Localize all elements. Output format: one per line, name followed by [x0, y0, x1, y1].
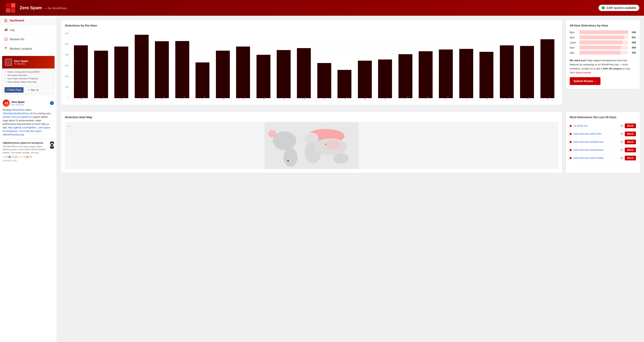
y-300: 300 — [65, 64, 68, 67]
post-time: last Saturday — [11, 103, 50, 106]
logo-sq-1 — [6, 3, 10, 8]
bar-1am — [216, 51, 230, 98]
alltime-label-9pm: 9pm — [570, 31, 578, 34]
alltime-row-2pm: 2pm459 — [570, 51, 636, 55]
header: Zero Spam — for WordPress. 2,937 queries… — [0, 0, 644, 16]
block-button-0[interactable]: Block — [625, 123, 636, 128]
detection-ip-2[interactable]: 2600:3c03::f03c:91ff:fe9d:7b56 — [574, 141, 617, 143]
bar-group-12pm: 12pm — [436, 30, 456, 101]
block-button-3[interactable]: Block — [625, 148, 636, 152]
feature-1: ✓ Highly configurable firewall (WAF) — [4, 70, 52, 73]
alltime-bar-fill-11pm — [580, 41, 622, 44]
bar-4am — [277, 50, 290, 98]
fb-icon-small: f — [7, 89, 8, 91]
alltime-bar-wrap-9pm — [580, 30, 628, 34]
github-repo-title: Highfivery/zero-spam-for-wordpress — [3, 141, 50, 144]
log-icon: 📣 — [4, 28, 8, 32]
sidebar-item-blocked-ips[interactable]: 🚫 Blocked IPs — [0, 35, 57, 44]
detection-row-4: 2600:3c03::f03c:91ff:fe73:d89016Block — [570, 154, 636, 162]
github-widget: Highfivery/zero-spam-for-wordpress The W… — [0, 139, 57, 164]
alltime-label-5pm: 5pm — [570, 36, 578, 39]
alltime-value-2pm: 459 — [630, 51, 636, 54]
block-button-2[interactable]: Block — [625, 140, 636, 144]
detection-ip-3[interactable]: 2600:3c03::f03c:91ff:fe9d:6425 — [574, 149, 617, 151]
detection-ip-0[interactable]: 14.186.50.153 — [574, 125, 617, 127]
bar-group-1am: 1am — [212, 30, 233, 101]
feature-label-4: Stops attacks before they start — [8, 81, 37, 83]
post-meta: Zero Spam last Saturday — [11, 100, 50, 106]
bar-3pm — [500, 45, 514, 98]
social-header: Zero Spam 70 followers — [2, 56, 54, 69]
alltime-rows: 9pm5485pm50111pm4864am4682pm459 — [570, 30, 636, 55]
bar-group-2am: 2am — [233, 30, 253, 101]
post-header: ZS Zero Spam last Saturday 🔵 — [3, 100, 54, 107]
logo-sq-2 — [11, 3, 16, 8]
world-map-svg — [65, 122, 558, 169]
bar-7am — [338, 70, 352, 98]
follow-page-button[interactable]: f Follow Page — [4, 87, 24, 93]
map-container: + − — [65, 122, 558, 169]
zero-spam-link-post[interactable]: Zero Spam — [30, 130, 42, 132]
alltime-row-11pm: 11pm486 — [570, 41, 636, 44]
zoom-in-button[interactable]: + — [67, 124, 71, 128]
feature-3: ✓ Up-to-date, real-time IP blacklist — [4, 77, 52, 80]
detection-ip-4[interactable]: 2600:3c03::f03c:91ff:fe73:d890 — [574, 157, 617, 159]
zero-spam-license-link[interactable]: Zero Spam license — [570, 71, 591, 74]
detection-row-3: 2600:3c03::f03c:91ff:fe9d:642521Block — [570, 146, 636, 154]
app-subtitle: — for WordPress. — [44, 7, 68, 10]
sidebar-item-blocked-locations[interactable]: 📍 Blocked Locations — [0, 44, 57, 53]
y-100: 100 — [65, 86, 68, 88]
block-button-4[interactable]: Block — [625, 156, 636, 160]
detection-count-4: 16 — [619, 157, 623, 159]
heatmap-title: Detection Heat Map — [65, 115, 558, 119]
hashtag-wp: #WordPress — [12, 109, 24, 111]
header-title-group: Zero Spam — for WordPress. — [20, 5, 68, 11]
alltime-label-4am: 4am — [570, 46, 578, 49]
detection-dot-1 — [570, 133, 572, 135]
alltime-bar-fill-9pm — [580, 30, 628, 34]
bar-group-12am: 12am — [192, 30, 212, 101]
github-link-post[interactable]: https://github.com/Highfive/.../zero-spa… — [3, 126, 51, 132]
blocked-locations-icon: 📍 — [4, 47, 8, 51]
review-section: We need you! Help support development an… — [570, 59, 636, 85]
block-button-1[interactable]: Block — [625, 131, 636, 136]
detection-ip-1[interactable]: 2600:3c03::f03c:91ff:fe74:ffce — [574, 133, 617, 135]
github-label: GITHUB.COM — [3, 159, 50, 162]
facebook-icon: 🔵 — [50, 101, 54, 105]
alltime-label-11pm: 11pm — [570, 41, 578, 44]
bar-group-2pm: 2pm — [476, 30, 496, 101]
bar-group-3pm: 3pm — [497, 30, 517, 101]
bar-1pm — [459, 49, 473, 98]
svg-point-8 — [326, 140, 340, 150]
svg-point-3 — [273, 131, 296, 150]
bar-group-11am: 11am — [416, 30, 436, 101]
y-600: 600 — [65, 32, 68, 35]
social-features: ✓ Highly configurable firewall (WAF) ✓ A… — [2, 69, 54, 85]
github-header: Highfivery/zero-spam-for-wordpress The W… — [3, 141, 54, 162]
detection-row-1: 2600:3c03::f03c:91ff:fe74:ffce24Block — [570, 130, 636, 138]
bar-chart-section: Detections by the Hour 600 500 400 300 2… — [61, 20, 562, 105]
signup-button[interactable]: ✏ Sign Up — [25, 87, 42, 93]
bar-3am — [256, 55, 270, 98]
alltime-value-11pm: 486 — [630, 41, 636, 44]
bar-12pm — [439, 50, 453, 98]
sidebar-label-dashboard: Dashboard — [10, 19, 24, 22]
gravity-forms-link[interactable]: Gravity Forms — [3, 116, 18, 118]
alltime-row-5pm: 5pm501 — [570, 35, 636, 39]
queries-badge: 2,937 queries available — [598, 5, 639, 11]
zoom-out-button[interactable]: − — [67, 129, 71, 133]
logo-sq-3 — [6, 8, 10, 13]
y-200: 200 — [65, 75, 68, 78]
bar-2am — [236, 47, 250, 98]
submit-review-button[interactable]: Submit Review → — [570, 77, 600, 85]
bar-group-6am: 6am — [314, 30, 334, 101]
sidebar-item-log[interactable]: 📣 Log — [0, 25, 57, 35]
github-info: Highfivery/zero-spam-for-wordpress The W… — [3, 141, 50, 162]
alltime-row-9pm: 9pm548 — [570, 30, 636, 34]
bar-5am — [297, 48, 311, 98]
dashboard-icon: 🏠 — [4, 19, 8, 22]
review-text: We need you! Help support development an… — [570, 59, 636, 75]
sidebar-item-dashboard[interactable]: 🏠 Dashboard — [0, 16, 57, 25]
y-axis: 600 500 400 300 200 100 0 — [65, 30, 68, 101]
alltime-title: All-time Detections by Hour — [570, 24, 636, 27]
